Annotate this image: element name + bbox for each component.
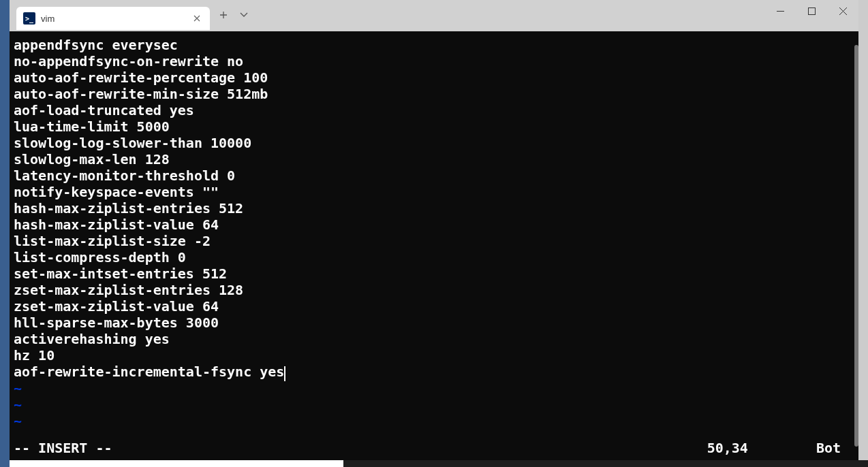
vim-empty-line-tilde: ~ [14,380,854,396]
tab-title: vim [41,14,185,24]
background-bottom-left [10,460,343,467]
config-line: hz 10 [14,347,854,364]
config-line: hll-sparse-max-bytes 3000 [14,315,854,331]
text-cursor [284,366,285,381]
config-line: slowlog-max-len 128 [14,151,854,167]
config-line: zset-max-ziplist-value 64 [14,298,854,315]
vim-empty-line-tilde: ~ [14,396,854,413]
background-bottom-right [343,460,868,467]
minimize-button[interactable] [764,0,796,22]
background-left-edge [0,0,10,467]
config-line: auto-aof-rewrite-percentage 100 [14,69,854,86]
powershell-icon: >_ [23,12,35,25]
config-line: zset-max-ziplist-entries 128 [14,282,854,298]
close-tab-button[interactable] [191,12,203,25]
config-line: aof-load-truncated yes [14,102,854,118]
tab-vim[interactable]: >_ vim [16,7,210,30]
vim-cursor-position: 50,34 [707,440,816,456]
scrollbar-thumb[interactable] [854,45,858,447]
config-line: auto-aof-rewrite-min-size 512mb [14,86,854,102]
scrollbar[interactable] [853,31,858,460]
svg-rect-0 [808,7,815,14]
new-tab-button[interactable] [219,11,228,19]
config-line: latency-monitor-threshold 0 [14,167,854,184]
config-line: hash-max-ziplist-entries 512 [14,200,854,216]
close-window-button[interactable] [827,0,858,22]
config-line: slowlog-log-slower-than 10000 [14,135,854,151]
config-line: activerehashing yes [14,331,854,347]
config-line: list-max-ziplist-size -2 [14,233,854,249]
terminal-window: >_ vim a [10,0,858,460]
config-line: hash-max-ziplist-value 64 [14,216,854,233]
config-line: aof-rewrite-incremental-fsync yes [14,364,854,380]
config-line: list-compress-depth 0 [14,249,854,265]
config-line: no-appendfsync-on-rewrite no [14,53,854,69]
config-line: notify-keyspace-events "" [14,184,854,200]
maximize-button[interactable] [796,0,827,22]
config-line: lua-time-limit 5000 [14,118,854,135]
terminal-content[interactable]: appendfsync everysecno-appendfsync-on-re… [10,31,858,460]
vim-scroll-percent: Bot [816,440,854,456]
config-line: set-max-intset-entries 512 [14,265,854,282]
vim-status-line: -- INSERT -- 50,34 Bot [14,440,854,456]
tab-dropdown-button[interactable] [240,12,248,18]
config-line: appendfsync everysec [14,37,854,53]
titlebar[interactable]: >_ vim [10,0,858,31]
vim-empty-line-tilde: ~ [14,413,854,429]
vim-mode: -- INSERT -- [14,440,112,456]
